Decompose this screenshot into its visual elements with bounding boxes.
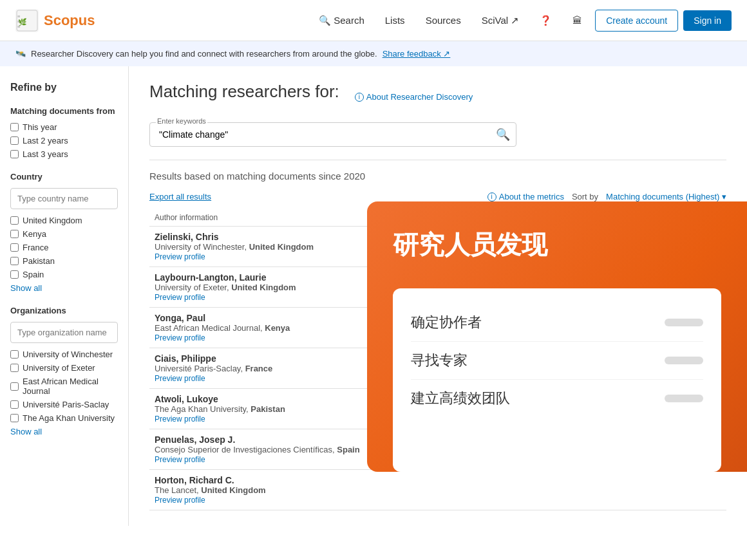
preview-profile-link[interactable]: Preview profile	[155, 496, 205, 505]
filter-paris-saclay[interactable]: Université Paris-Saclay	[10, 400, 118, 409]
filter-pakistan[interactable]: Pakistan	[10, 256, 118, 266]
filter-france[interactable]: France	[10, 243, 118, 252]
author-cell: Atwoli, Lukoye The Aga Khan University, …	[149, 389, 401, 429]
filter-france-checkbox[interactable]	[10, 243, 19, 252]
filter-eamj[interactable]: East African Medical Journal	[10, 377, 118, 396]
about-metrics-link[interactable]: i About the metrics	[487, 192, 564, 201]
matching-docs-filter-title: Matching documents from	[10, 106, 118, 116]
nav-search[interactable]: 🔍 Search	[311, 10, 372, 32]
author-name: Atwoli, Lukoye	[155, 394, 395, 404]
overlay-row-2: 建立高绩效团队	[411, 380, 703, 417]
author-cell: Yonga, Paul East African Medical Journal…	[149, 308, 401, 348]
author-affil: University of Exeter, United Kingdom	[155, 283, 395, 292]
overlay-card: 确定协作者 寻找专家 建立高绩效团队	[393, 288, 721, 472]
results-subtitle: Results based on matching documents sinc…	[149, 171, 726, 182]
search-icon: 🔍	[319, 15, 331, 26]
results-toolbar: Export all results i About the metrics S…	[149, 192, 726, 201]
filter-aga-khan[interactable]: The Aga Khan University	[10, 413, 118, 423]
overlay-label-1: 寻找专家	[411, 351, 468, 370]
share-feedback-link[interactable]: Share feedback ↗	[383, 49, 451, 59]
scopus-logo-icon: 🌿 ≡ ≡ ≡	[15, 9, 39, 32]
author-affil: The Lancet, United Kingdom	[155, 485, 395, 495]
filter-this-year-checkbox[interactable]	[10, 123, 19, 131]
author-cell: Laybourn-Langton, Laurie University of E…	[149, 267, 401, 308]
keyword-search-button[interactable]: 🔍	[496, 127, 510, 142]
researcher-discovery-overlay: 研究人员发现 确定协作者 寻找专家 建立高绩效团队	[367, 201, 747, 472]
filter-pakistan-checkbox[interactable]	[10, 257, 19, 265]
preview-profile-link[interactable]: Preview profile	[155, 333, 205, 342]
filter-exeter[interactable]: University of Exeter	[10, 363, 118, 373]
author-name: Horton, Richard C.	[155, 475, 395, 485]
preview-profile-link[interactable]: Preview profile	[155, 252, 205, 261]
nav-sources[interactable]: Sources	[418, 10, 469, 31]
country-show-all[interactable]: Show all	[10, 283, 118, 293]
main-container: Refine by Matching documents from This y…	[0, 66, 747, 526]
author-name: Penuelas, Josep J.	[155, 434, 395, 445]
author-country: France	[245, 364, 273, 373]
toolbar-right: i About the metrics Sort by Matching doc…	[487, 192, 726, 201]
col-author-info: Author information	[149, 209, 401, 227]
nav-institution[interactable]: 🏛	[565, 10, 590, 31]
author-country: Kenya	[265, 323, 290, 333]
export-all-link[interactable]: Export all results	[149, 192, 211, 201]
overlay-bar-2	[665, 395, 703, 402]
sign-in-button[interactable]: Sign in	[683, 10, 732, 31]
filter-last-3-years-checkbox[interactable]	[10, 150, 19, 158]
create-account-button[interactable]: Create account	[595, 10, 678, 32]
table-row: Horton, Richard C. The Lancet, United Ki…	[149, 470, 726, 510]
filter-this-year[interactable]: This year	[10, 122, 118, 132]
filter-winchester[interactable]: University of Winchester	[10, 350, 118, 359]
filter-kenya[interactable]: Kenya	[10, 229, 118, 239]
svg-text:≡: ≡	[17, 24, 21, 30]
main-nav: 🔍 Search Lists Sources SciVal ↗ ❓ 🏛 Crea…	[311, 10, 732, 32]
keyword-search-container: Enter keywords 🔍	[149, 122, 726, 147]
about-researcher-discovery-link[interactable]: i About Researcher Discovery	[355, 92, 473, 102]
org-input[interactable]	[10, 322, 118, 343]
filter-spain-checkbox[interactable]	[10, 270, 19, 279]
keyword-input[interactable]	[149, 122, 516, 147]
filter-spain[interactable]: Spain	[10, 270, 118, 279]
filter-kenya-checkbox[interactable]	[10, 230, 19, 238]
nav-help[interactable]: ❓	[532, 10, 560, 32]
metrics-info-icon: i	[487, 192, 496, 201]
logo-text[interactable]: Scopus	[44, 12, 95, 29]
author-cell: Penuelas, Josep J. Consejo Superior de I…	[149, 429, 401, 470]
org-show-all[interactable]: Show all	[10, 427, 118, 436]
main-content: Matching researchers for: i About Resear…	[129, 66, 747, 526]
country-input[interactable]	[10, 188, 118, 209]
filter-eamj-checkbox[interactable]	[10, 382, 19, 391]
filter-exeter-checkbox[interactable]	[10, 364, 19, 372]
nav-lists[interactable]: Lists	[377, 10, 413, 31]
header: 🌿 ≡ ≡ ≡ Scopus 🔍 Search Lists Sources Sc…	[0, 0, 747, 41]
banner-icon: 🛰️	[15, 49, 26, 59]
author-name: Zielinski, Chris	[155, 232, 395, 242]
org-filter-title: Organizations	[10, 306, 118, 315]
filter-paris-saclay-checkbox[interactable]	[10, 400, 19, 409]
filter-uk[interactable]: United Kingdom	[10, 216, 118, 225]
filter-last-3-years[interactable]: Last 3 years	[10, 149, 118, 159]
preview-profile-link[interactable]: Preview profile	[155, 415, 205, 424]
logo-area: 🌿 ≡ ≡ ≡ Scopus	[15, 9, 95, 32]
overlay-bar-0	[665, 319, 703, 326]
filter-aga-khan-checkbox[interactable]	[10, 414, 19, 422]
author-country: Pakistan	[251, 404, 285, 414]
preview-profile-link[interactable]: Preview profile	[155, 374, 205, 383]
divider	[149, 160, 726, 160]
filter-last-2-years[interactable]: Last 2 years	[10, 136, 118, 145]
matching-docs-cell	[401, 470, 540, 510]
sort-dropdown[interactable]: Matching documents (Highest) ▾	[606, 192, 726, 201]
author-country: Spain	[337, 445, 359, 454]
author-affil: East African Medical Journal, Kenya	[155, 323, 395, 333]
filter-winchester-checkbox[interactable]	[10, 350, 19, 359]
sidebar-title: Refine by	[10, 82, 118, 93]
author-cell: Ciais, Philippe Université Paris-Saclay,…	[149, 348, 401, 389]
filter-uk-checkbox[interactable]	[10, 216, 19, 225]
author-country: United Kingdom	[249, 242, 314, 252]
nav-scival[interactable]: SciVal ↗	[474, 10, 527, 32]
author-affil: Consejo Superior de Investigaciones Cien…	[155, 445, 395, 454]
author-affil: University of Winchester, United Kingdom	[155, 242, 395, 252]
filter-last-2-years-checkbox[interactable]	[10, 136, 19, 145]
overlay-title: 研究人员发现	[393, 227, 721, 263]
preview-profile-link[interactable]: Preview profile	[155, 455, 205, 464]
preview-profile-link[interactable]: Preview profile	[155, 293, 205, 302]
